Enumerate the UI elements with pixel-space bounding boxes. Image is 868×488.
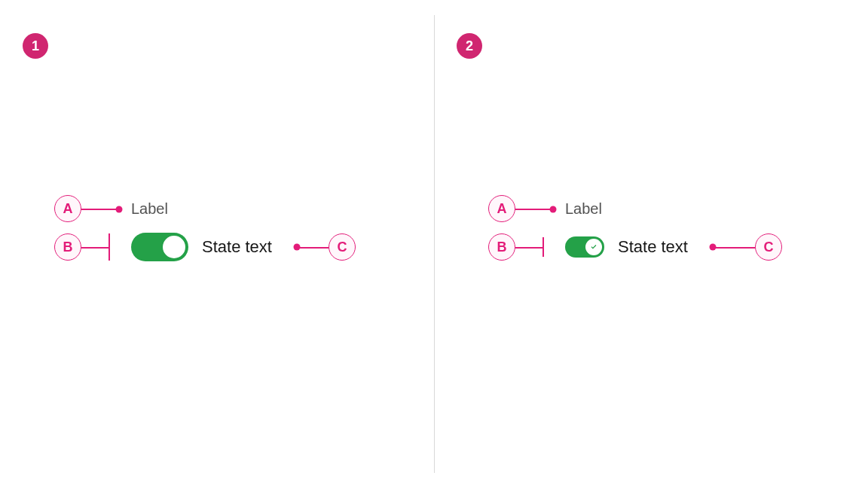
annotation-endpoint-dot [550,206,557,212]
annotation-letter: A [497,201,507,217]
panel-right: 2 A B Label State text C [434,0,868,488]
toggle-state-text: State text [618,237,688,257]
toggle-knob [163,236,185,258]
annotation-measure-bar-b [542,237,544,257]
annotation-connector-c [297,247,329,249]
annotation-letter: B [497,239,507,255]
diagram-page: 1 A B Label State text C [0,0,868,488]
toggle-state-text: State text [202,237,272,257]
panel-number-text: 2 [466,38,473,54]
panel-number-text: 1 [32,38,39,54]
annotation-endpoint-dot [116,206,123,212]
annotation-connector-b [515,247,542,249]
annotation-letter: A [63,201,73,217]
panel-number-badge: 1 [23,33,48,59]
annotation-connector-b [81,247,108,249]
check-icon [589,242,598,252]
annotation-connector-a [515,209,550,210]
panel-left: 1 A B Label State text C [0,0,434,488]
toggle-switch-large[interactable] [131,233,188,261]
annotation-letter: C [338,239,347,255]
annotation-letter: C [764,239,774,255]
toggle-label: Label [565,200,602,218]
annotation-marker-c: C [329,233,356,261]
annotation-marker-a: A [54,195,81,222]
toggle-knob [585,239,602,255]
annotation-marker-a: A [488,195,515,222]
annotation-marker-b: B [488,233,515,261]
annotation-marker-c: C [755,233,782,261]
annotation-letter: B [63,239,73,255]
annotation-measure-bar-b [108,233,110,261]
annotation-connector-a [81,209,116,210]
annotation-marker-b: B [54,233,81,261]
toggle-label: Label [131,200,168,218]
toggle-switch-small[interactable] [565,236,604,258]
annotation-connector-c [713,247,755,249]
panel-number-badge: 2 [457,33,482,59]
